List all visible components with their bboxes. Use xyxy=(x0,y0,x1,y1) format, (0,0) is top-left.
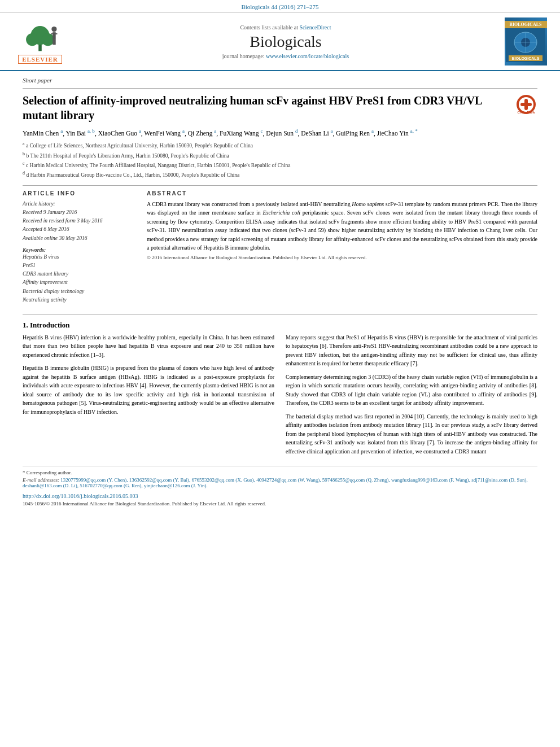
abstract-copyright: © 2016 International Alliance for Biolog… xyxy=(147,255,537,260)
svg-text:CrossMark: CrossMark xyxy=(517,111,535,114)
journal-cover-image: BIOLOGICALS BIOLOGICALS xyxy=(505,18,547,65)
abstract-text: A CDR3 mutant library was constructed fr… xyxy=(147,200,537,252)
intro-para-3: Many reports suggest that PreS1 of Hepat… xyxy=(286,333,537,368)
history-label: Article history: xyxy=(23,201,55,207)
elsevier-logo-area: ELSEVIER xyxy=(9,20,71,64)
kw-5: Neutralizing activity xyxy=(23,297,67,303)
info-abstract-row: ARTICLE INFO Article history: Received 9… xyxy=(23,190,537,304)
title-divider xyxy=(23,88,537,89)
doi-link[interactable]: http://dx.doi.org/10.1016/j.biologicals.… xyxy=(23,493,537,499)
article-type-label: Short paper xyxy=(23,77,537,84)
citation-bar: Biologicals 44 (2016) 271–275 xyxy=(0,0,560,13)
intro-right-col: Many reports suggest that PreS1 of Hepat… xyxy=(286,333,537,461)
issn-line: 1045-1056/© 2016 International Alliance … xyxy=(23,501,537,506)
svg-text:BIOLOGICALS: BIOLOGICALS xyxy=(512,56,540,60)
info-abstract-divider xyxy=(23,185,537,186)
article-info-col: ARTICLE INFO Article history: Received 9… xyxy=(23,190,135,304)
abstract-col: ABSTRACT A CDR3 mutant library was const… xyxy=(147,190,537,304)
article-info-heading: ARTICLE INFO xyxy=(23,190,135,196)
intro-left-col: Hepatitis B virus (HBV) infection is a w… xyxy=(23,333,274,461)
elsevier-tree-icon xyxy=(15,20,65,54)
citation-text: Biologicals 44 (2016) 271–275 xyxy=(241,3,318,10)
journal-cover-area: BIOLOGICALS BIOLOGICALS xyxy=(500,18,551,65)
cover-title: BIOLOGICALS xyxy=(505,21,547,28)
kw-0: Hepatitis B virus xyxy=(23,254,59,260)
affil-b: b b The 211th Hospital of People's Liber… xyxy=(23,151,537,160)
article-history: Article history: Received 9 January 2016… xyxy=(23,200,135,243)
sdirect-text: Contents lists available at ScienceDirec… xyxy=(71,24,500,30)
received-revised-date: Received in revised form 3 May 2016 xyxy=(23,218,103,224)
affil-d: d d Harbin Pharmaceutical Group Bio-vacc… xyxy=(23,170,537,179)
journal-header: ELSEVIER Contents lists available at Sci… xyxy=(0,13,560,71)
received-date: Received 9 January 2016 xyxy=(23,209,77,215)
crossmark-icon: CrossMark xyxy=(516,94,536,115)
keywords-section: Keywords: Hepatitis B virus PreS1 CDR3 m… xyxy=(23,247,135,304)
abstract-heading: ABSTRACT xyxy=(147,190,537,196)
affil-c: c c Harbin Medical University, The Fourt… xyxy=(23,160,537,169)
svg-rect-9 xyxy=(53,40,54,45)
kw-3: Affinity improvement xyxy=(23,279,68,285)
svg-point-5 xyxy=(51,27,56,32)
elsevier-logo: ELSEVIER xyxy=(9,20,71,64)
affil-a: a a College of Life Sciences, Northeast … xyxy=(23,141,537,150)
svg-rect-10 xyxy=(54,40,56,45)
page: Biologicals 44 (2016) 271–275 xyxy=(0,0,560,747)
intro-para-1: Hepatitis B virus (HBV) infection is a w… xyxy=(23,333,274,360)
emails-link[interactable]: 1320775999@qq.com (Y. Chen), 136362592@q… xyxy=(23,477,528,488)
keywords-heading: Keywords: xyxy=(23,247,135,253)
intro-two-col: Hepatitis B virus (HBV) infection is a w… xyxy=(23,333,537,461)
homepage-link[interactable]: www.elsevier.com/locate/biologicals xyxy=(266,53,349,59)
email-note: E-mail addresses: 1320775999@qq.com (Y. … xyxy=(23,477,537,488)
introduction-section: 1. Introduction Hepatitis B virus (HBV) … xyxy=(23,314,537,461)
journal-title: Biologicals xyxy=(71,33,500,51)
cover-illustration: BIOLOGICALS xyxy=(506,28,545,62)
crossmark-area: CrossMark xyxy=(515,93,537,116)
kw-2: CDR3 mutant library xyxy=(23,271,68,277)
journal-homepage: journal homepage: www.elsevier.com/locat… xyxy=(71,53,500,59)
svg-rect-7 xyxy=(51,33,54,34)
accepted-date: Accepted 6 May 2016 xyxy=(23,226,69,232)
keywords-list: Hepatitis B virus PreS1 CDR3 mutant libr… xyxy=(23,253,135,304)
affiliations: a a College of Life Sciences, Northeast … xyxy=(23,141,537,180)
svg-point-3 xyxy=(26,33,38,46)
kw-4: Bacterial display technology xyxy=(23,289,84,294)
article-title: Selection of affinity-improved neutraliz… xyxy=(23,93,510,123)
authors-line: YanMin Chen a, Yin Bai a, b, XiaoChen Gu… xyxy=(23,127,537,138)
article-content: Short paper Selection of affinity-improv… xyxy=(0,71,560,516)
journal-header-center: Contents lists available at ScienceDirec… xyxy=(71,24,500,59)
footer-notes: * Corresponding author. E-mail addresses… xyxy=(23,466,537,506)
elsevier-label: ELSEVIER xyxy=(18,55,62,64)
intro-para-4: Complementary determining region 3 (CDR3… xyxy=(286,373,537,408)
intro-heading: 1. Introduction xyxy=(23,321,537,330)
corresponding-note: * Corresponding author. xyxy=(23,470,537,475)
svg-rect-21 xyxy=(520,103,532,106)
svg-rect-8 xyxy=(54,33,58,34)
kw-1: PreS1 xyxy=(23,263,36,268)
svg-point-4 xyxy=(42,33,54,46)
title-row: Selection of affinity-improved neutraliz… xyxy=(23,93,537,123)
intro-para-5: The bacterial display method was first r… xyxy=(286,412,537,456)
intro-para-2: Hepatitis B immune globulin (HBIG) is pr… xyxy=(23,364,274,416)
available-date: Available online 30 May 2016 xyxy=(23,235,88,241)
sdirect-link[interactable]: ScienceDirect xyxy=(299,24,331,30)
